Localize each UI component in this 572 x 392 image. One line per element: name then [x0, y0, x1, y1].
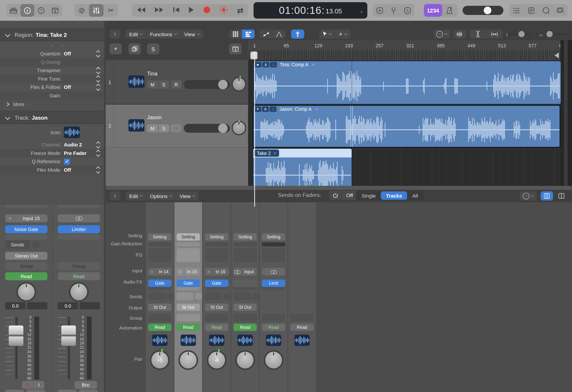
- channel-output-button[interactable]: St Out: [176, 304, 200, 311]
- vertical-zoom-slider[interactable]: ↕: [506, 30, 535, 39]
- channel-setting-button[interactable]: Setting: [148, 233, 171, 241]
- eq-slot[interactable]: [176, 248, 200, 262]
- eq-slot[interactable]: [205, 248, 228, 262]
- group-button[interactable]: Group: [5, 262, 47, 270]
- pan-knob[interactable]: [70, 284, 87, 300]
- playhead[interactable]: [254, 51, 255, 207]
- sends-label[interactable]: Sends: [5, 241, 30, 249]
- inspector-row[interactable]: Flex & Follow: Off: [0, 83, 104, 91]
- channel-input-button[interactable]: ◯◯ Input: [234, 268, 257, 275]
- group-slot[interactable]: [234, 314, 257, 321]
- group-slot[interactable]: [262, 314, 285, 321]
- group-slot[interactable]: [205, 314, 228, 321]
- waveform-zoom-button[interactable]: [453, 30, 466, 39]
- duplicate-track-button[interactable]: [128, 43, 141, 54]
- automation-icon[interactable]: [260, 30, 272, 39]
- inspector-row[interactable]: Freeze Mode: ✓ Pre Fader: [0, 149, 104, 158]
- fader-cap[interactable]: [9, 325, 23, 346]
- region-options-button[interactable]: ⋯: [433, 30, 450, 39]
- record-enable-button[interactable]: R: [171, 81, 182, 89]
- inspector-row[interactable]: Flex Mode: ✓ Off: [0, 166, 104, 174]
- inspector-row[interactable]: Channel: ✓ Audio 2: [0, 141, 104, 149]
- inspector-row[interactable]: Q-Reference: ✓: [0, 157, 104, 166]
- power-icon[interactable]: [329, 191, 342, 200]
- solo-button[interactable]: S: [79, 390, 98, 392]
- track-name[interactable]: Tina: [147, 70, 158, 76]
- record-button[interactable]: [203, 6, 210, 15]
- audio-fx-button[interactable]: Limiter: [58, 225, 100, 233]
- mixer-channel-strip[interactable]: Read: [288, 202, 316, 392]
- track-pan-knob[interactable]: [233, 122, 245, 134]
- stepper-control[interactable]: [97, 66, 100, 75]
- audio-fx-slot[interactable]: Gate: [176, 279, 200, 287]
- input-button[interactable]: ○ Input 15: [5, 214, 47, 222]
- capture-recording-button[interactable]: [220, 6, 228, 15]
- view-single[interactable]: Single: [356, 191, 381, 200]
- channel-output-button[interactable]: St Out: [205, 304, 228, 311]
- send-knob[interactable]: [166, 293, 174, 300]
- channel-setting-button[interactable]: Setting: [234, 233, 257, 241]
- record-enable-button[interactable]: R: [171, 124, 182, 132]
- stepper-control[interactable]: [97, 149, 100, 158]
- stepper-control[interactable]: [97, 50, 100, 58]
- send-knob[interactable]: [195, 293, 202, 300]
- track-header-jason[interactable]: 2 Jason M S R: [106, 105, 248, 148]
- track-solo-button[interactable]: S: [147, 43, 159, 54]
- menu-edit[interactable]: Edit: [126, 191, 146, 200]
- send-knob[interactable]: [252, 293, 259, 300]
- empty-fx-slot[interactable]: [58, 234, 100, 240]
- group-slot[interactable]: [290, 314, 314, 321]
- automation-mode-button[interactable]: Read: [205, 324, 228, 331]
- count-in-button[interactable]: 1234: [424, 4, 442, 17]
- go-to-beginning-button[interactable]: [173, 7, 179, 14]
- automation-mode-button[interactable]: Read: [290, 324, 314, 331]
- mute-button[interactable]: M: [58, 390, 77, 392]
- slider-thumb[interactable]: [518, 31, 525, 37]
- send-knob[interactable]: [32, 241, 40, 248]
- metronome-icon[interactable]: [442, 4, 457, 17]
- send-knob[interactable]: [223, 293, 231, 300]
- group-slot[interactable]: [148, 314, 171, 321]
- circle-icon[interactable]: ○: [274, 151, 276, 155]
- audio-fx-slot[interactable]: Gate: [205, 279, 228, 287]
- take-folder-a-badge[interactable]: A: [262, 62, 269, 67]
- playhead-handle[interactable]: [250, 51, 258, 59]
- crossfade-icon[interactable]: [273, 30, 285, 39]
- lcd-chevron-icon[interactable]: ⌄: [360, 8, 364, 14]
- view-tracks[interactable]: Tracks: [381, 191, 407, 200]
- checkbox-checked-icon[interactable]: ✓: [64, 158, 70, 165]
- mixer-channel-strip[interactable]: Setting ◯◯ Input St Out Read: [231, 202, 259, 392]
- send-slot[interactable]: [234, 292, 250, 300]
- eq-slot[interactable]: [234, 248, 257, 262]
- apple-loops-icon[interactable]: [539, 4, 553, 17]
- channel-setting-button[interactable]: Setting: [205, 233, 228, 241]
- inspector-row[interactable]: Transpose:: [0, 66, 104, 75]
- end-marker-icon[interactable]: [555, 52, 559, 58]
- automation-mode-button[interactable]: Read: [176, 324, 200, 331]
- play-button[interactable]: [189, 7, 194, 14]
- channel-output-button[interactable]: St Out: [148, 304, 171, 311]
- loop-circle-icon[interactable]: ○: [312, 62, 315, 67]
- lcd-display[interactable]: 01:00:16: 13.05 ⌄: [254, 2, 367, 18]
- inspector-row[interactable]: Quantize: Off: [0, 50, 104, 58]
- eq-slot[interactable]: [262, 248, 285, 262]
- channel-input-button[interactable]: ○ In 14: [148, 268, 171, 275]
- mute-button[interactable]: M: [147, 124, 159, 132]
- stepper-control[interactable]: [97, 83, 100, 91]
- flex-mode-button[interactable]: [291, 30, 304, 39]
- channel-fader[interactable]: 03691215182124303540455060: [55, 317, 103, 381]
- channel-input-button[interactable]: ◯◯: [262, 268, 285, 275]
- take-2-label[interactable]: Take 2 ○: [254, 149, 279, 157]
- strip-compact-view-button[interactable]: [555, 191, 568, 200]
- nudge-settings-icon[interactable]: [74, 4, 89, 17]
- pan-knob[interactable]: [180, 352, 197, 369]
- grid-view-icon[interactable]: [229, 30, 242, 39]
- stepper-control[interactable]: [97, 141, 100, 149]
- take-folder-a-badge[interactable]: A: [262, 106, 269, 112]
- region-more-row[interactable]: More: [0, 100, 104, 108]
- mixer-options-button[interactable]: ⋯: [520, 191, 537, 200]
- solo-button[interactable]: S: [159, 81, 169, 89]
- autopunch-icon[interactable]: [373, 4, 387, 17]
- add-track-button[interactable]: +: [110, 43, 122, 54]
- menu-view[interactable]: View: [181, 30, 203, 39]
